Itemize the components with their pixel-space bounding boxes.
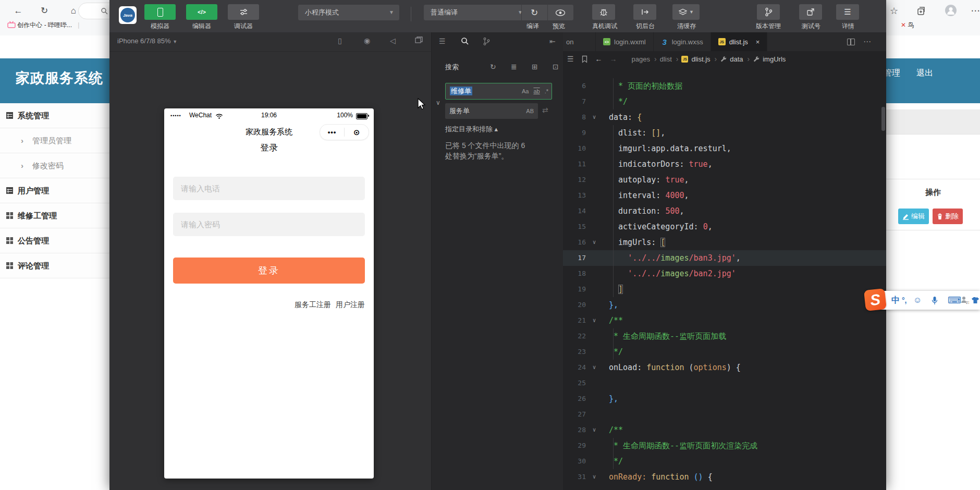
code-line[interactable]: 22 * 生命周期函数--监听页面加载	[563, 328, 886, 344]
mode-select[interactable]: 小程序模式▼	[298, 5, 399, 20]
editor-tab[interactable]: on	[563, 32, 596, 51]
split-editor-icon[interactable]	[847, 39, 855, 45]
search-view-icon[interactable]	[461, 37, 469, 45]
editor-tab[interactable]: JSdlist.js×	[711, 32, 768, 51]
whole-word-icon[interactable]: ab	[533, 83, 540, 99]
clear-results-icon[interactable]: ≣	[511, 63, 517, 71]
sogou-logo[interactable]: S	[864, 288, 887, 311]
git-view-icon[interactable]	[483, 37, 490, 46]
close-tab-icon[interactable]: ×	[756, 38, 760, 46]
favorites-star-icon[interactable]: ☆	[887, 4, 901, 18]
collapse-panel-icon[interactable]: ⇤	[549, 37, 556, 45]
sidebar-item[interactable]: 评论管理	[0, 253, 109, 278]
fold-chevron-icon[interactable]: ∨	[590, 235, 598, 250]
editor-toggle-button[interactable]: </>	[186, 4, 217, 20]
admin-nav-logout[interactable]: 退出	[916, 68, 933, 79]
collapse-all-icon[interactable]: ⊡	[553, 63, 559, 71]
register-link[interactable]: 用户注册	[336, 300, 365, 310]
editor-tab[interactable]: <>login.wxml	[596, 32, 654, 51]
more-dots-icon[interactable]: •••	[320, 128, 344, 136]
sound-icon[interactable]: ◁	[390, 36, 396, 45]
code-line[interactable]: 10 imgurl:app.data.resturl,	[563, 141, 886, 156]
code-line[interactable]: 29 * 生命周期函数--监听页面初次渲染完成	[563, 438, 886, 454]
code-line[interactable]: 14 duration: 500,	[563, 203, 886, 219]
editor-tab[interactable]: 3login.wxss	[654, 32, 711, 51]
capsule-menu[interactable]: ••• ⊙	[320, 124, 369, 140]
replace-all-icon[interactable]: ⇄	[542, 106, 548, 114]
code-line[interactable]: 23 */	[563, 344, 886, 360]
code-line[interactable]: 25	[563, 375, 886, 391]
bookmark-icon[interactable]	[581, 55, 588, 63]
clear-cache-button[interactable]: ▼	[672, 4, 700, 20]
code-line[interactable]: 30 */	[563, 454, 886, 469]
code-line[interactable]: 17 '../../images/ban3.jpg',	[563, 250, 886, 266]
breadcrumb-item[interactable]: JSdlist.js›	[681, 55, 717, 63]
simulator-toggle-button[interactable]	[144, 4, 176, 20]
sidebar-item[interactable]: 系统管理	[0, 103, 109, 128]
rotate-device-icon[interactable]: ▯	[338, 36, 342, 45]
bookmark-bird[interactable]: ✕ 鸟	[901, 21, 914, 34]
match-case-icon[interactable]: Aa	[522, 83, 529, 99]
bookmark-bilibili[interactable]: 创作中心 - 哔哩哔... |	[7, 21, 79, 34]
tab-more-icon[interactable]: ⋯	[863, 37, 871, 46]
code-lines[interactable]: 6 * 页面的初始数据7 */8∨data: {9 dlist: [],10 i…	[563, 78, 886, 485]
code-line[interactable]: 16∨ imgUrls: [	[563, 235, 886, 250]
back-icon[interactable]: ←	[595, 55, 603, 63]
password-field[interactable]	[173, 213, 365, 236]
sidebar-item[interactable]: 用户管理	[0, 178, 109, 203]
fold-chevron-icon[interactable]: ∨	[590, 109, 598, 125]
code-line[interactable]: 13 interval: 4000,	[563, 188, 886, 203]
explorer-list-icon[interactable]: ☰	[439, 37, 446, 45]
code-line[interactable]: 9 dlist: [],	[563, 125, 886, 141]
regex-icon[interactable]: .*	[545, 83, 548, 99]
compile-mode-select[interactable]: 普通编译 ▼	[424, 5, 528, 20]
emoji-icon[interactable]: ☺	[913, 291, 922, 310]
breadcrumb-item[interactable]: pages›	[632, 55, 657, 63]
sidebar-item[interactable]: ›管理员管理	[0, 128, 109, 153]
outline-icon[interactable]: ☰	[567, 55, 574, 63]
collections-icon[interactable]	[915, 6, 926, 16]
debugger-toggle-button[interactable]	[228, 4, 259, 20]
exit-target-icon[interactable]: ⊙	[345, 128, 369, 137]
details-button[interactable]: ☰	[836, 4, 859, 20]
toggle-replace-icon[interactable]: ∨	[436, 99, 440, 106]
fold-chevron-icon[interactable]: ∨	[590, 313, 598, 328]
code-line[interactable]: 24∨onLoad: function (options) {	[563, 360, 886, 375]
java-app-icon[interactable]: Java	[119, 6, 137, 24]
code-line[interactable]: 8∨data: {	[563, 109, 886, 125]
code-line[interactable]: 15 activeCategoryId: 0,	[563, 219, 886, 235]
browser-menu-icon[interactable]: ⋯	[969, 4, 980, 18]
code-line[interactable]: 12 autoplay: true,	[563, 172, 886, 188]
code-line[interactable]: 26},	[563, 391, 886, 407]
refresh-results-icon[interactable]: ↻	[490, 63, 496, 71]
background-switch-button[interactable]	[633, 4, 656, 20]
mic-icon[interactable]	[932, 296, 938, 305]
dir-filter-toggle[interactable]: 指定目录和排除 ▴	[445, 125, 498, 134]
fold-chevron-icon[interactable]: ∨	[590, 360, 598, 375]
refresh-icon[interactable]: ↻	[38, 4, 51, 18]
editor-scrollbar[interactable]	[881, 107, 885, 131]
breadcrumb-item[interactable]: dlist›	[660, 55, 679, 63]
multi-window-icon[interactable]	[415, 36, 423, 45]
open-in-editor-icon[interactable]: ⊞	[532, 63, 538, 71]
delete-button[interactable]: 删除	[933, 209, 963, 224]
edit-button[interactable]: 编辑	[898, 209, 929, 224]
sidebar-item[interactable]: ›修改密码	[0, 153, 109, 178]
breadcrumb-item[interactable]: imgUrls	[753, 55, 786, 63]
login-button[interactable]: 登录	[173, 258, 365, 284]
replace-input[interactable]: 服务单 AB	[445, 103, 538, 119]
code-line[interactable]: 18 '../../images/ban2.jpg'	[563, 266, 886, 281]
real-device-debug-button[interactable]	[592, 4, 615, 20]
punctuation-icon[interactable]: °,	[902, 291, 907, 310]
code-line[interactable]: 11 indicatorDors: true,	[563, 156, 886, 172]
search-input[interactable]: 维修单 Aa ab .*	[445, 83, 552, 100]
version-control-button[interactable]	[757, 4, 780, 20]
fold-chevron-icon[interactable]: ∨	[590, 422, 598, 438]
preview-button[interactable]	[547, 5, 573, 20]
breadcrumb-item[interactable]: data›	[720, 55, 750, 63]
code-line[interactable]: 6 * 页面的初始数据	[563, 78, 886, 94]
preserve-case-icon[interactable]: AB	[526, 103, 534, 119]
sidebar-item[interactable]: 公告管理	[0, 228, 109, 253]
sidebar-item[interactable]: 维修工管理	[0, 203, 109, 228]
code-line[interactable]: 28∨/**	[563, 422, 886, 438]
